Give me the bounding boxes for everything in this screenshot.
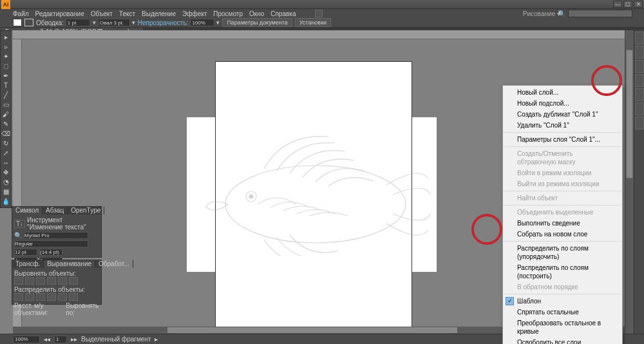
- gradient-tool[interactable]: ▦: [1, 187, 11, 196]
- title-bar: Ai — ▢ ✕: [0, 0, 644, 9]
- search-input[interactable]: [568, 10, 632, 17]
- brush-input[interactable]: [98, 19, 130, 26]
- align-hcenter-button[interactable]: [25, 277, 34, 285]
- tab-pathfinder[interactable]: Обработ...: [95, 260, 133, 268]
- tab-character[interactable]: Символ: [12, 207, 43, 215]
- artboard[interactable]: [215, 61, 412, 343]
- menu-item[interactable]: Освободить все слои: [503, 337, 622, 344]
- lasso-tool[interactable]: ◌: [1, 61, 11, 71]
- dist-left-button[interactable]: [47, 293, 56, 301]
- tab-opentype[interactable]: OpenType: [68, 207, 104, 215]
- menu-item[interactable]: Новый подслой...: [503, 98, 622, 109]
- stroke-panel-icon[interactable]: [635, 88, 644, 101]
- rectangle-tool[interactable]: ▭: [1, 100, 11, 110]
- settings-button[interactable]: Установки: [295, 18, 331, 27]
- menu-item[interactable]: Параметры слоя "Слой 1"...: [503, 134, 622, 145]
- direct-selection-tool[interactable]: ▹: [1, 42, 11, 52]
- scroll-thumb-h[interactable]: [167, 327, 457, 333]
- line-tool[interactable]: ╱: [1, 90, 11, 100]
- tab-paragraph[interactable]: Абзац: [43, 207, 68, 215]
- shape-builder-tool[interactable]: ◔: [1, 177, 11, 187]
- eyedropper-tool[interactable]: 💧: [1, 196, 11, 206]
- dist-vcenter-button[interactable]: [25, 293, 34, 301]
- menu-item[interactable]: Собрать на новом слое: [503, 229, 622, 240]
- dist-bottom-button[interactable]: [36, 293, 45, 301]
- align-right-button[interactable]: [36, 277, 45, 285]
- artboard-nav-prev[interactable]: ◂◂: [44, 336, 50, 343]
- menu-item[interactable]: Шаблон✓: [503, 296, 622, 307]
- font-family-input[interactable]: [24, 232, 88, 239]
- menu-item[interactable]: Распределить по слоям (построить): [503, 262, 622, 282]
- font-style-input[interactable]: [14, 240, 88, 247]
- artboard-nav-next[interactable]: ▸▸: [71, 336, 77, 343]
- leading-input[interactable]: [39, 249, 62, 256]
- spacing-label: Расст. м/у объектами:: [14, 302, 64, 316]
- zoom-input[interactable]: [13, 336, 40, 343]
- artboard-number-input[interactable]: [54, 336, 67, 343]
- stroke-swatch[interactable]: [24, 19, 33, 26]
- tab-align[interactable]: Выравнивание: [44, 260, 95, 268]
- pencil-tool[interactable]: ✎: [1, 119, 11, 129]
- doc-params-button[interactable]: Параметры документа: [222, 18, 292, 27]
- fill-swatch[interactable]: [13, 19, 22, 26]
- gradient-panel-icon[interactable]: [635, 102, 644, 115]
- menu-item[interactable]: Удалить "Слой 1": [503, 120, 622, 131]
- pen-tool[interactable]: ✒: [1, 71, 11, 81]
- menu-text[interactable]: Текст: [119, 10, 135, 17]
- align-section-label: Выровнять объекты:: [14, 270, 99, 277]
- align-vcenter-button[interactable]: [58, 277, 67, 285]
- align-bottom-button[interactable]: [69, 277, 78, 285]
- menu-help[interactable]: Справка: [270, 10, 296, 17]
- symbols-panel-icon[interactable]: [635, 74, 644, 87]
- maximize-button[interactable]: ▢: [623, 1, 632, 8]
- rotate-tool[interactable]: ↻: [1, 139, 11, 148]
- paintbrush-tool[interactable]: 🖌: [1, 110, 11, 119]
- eraser-tool[interactable]: ⌫: [1, 129, 11, 139]
- status-dropdown-icon[interactable]: ▸: [155, 336, 158, 343]
- width-tool[interactable]: ↔: [1, 158, 11, 167]
- menu-object[interactable]: Объект: [91, 10, 113, 17]
- scroll-thumb-v[interactable]: [626, 50, 633, 178]
- search-icon: 🔍: [14, 232, 22, 239]
- scrollbar-vertical[interactable]: [625, 30, 634, 334]
- menu-item[interactable]: Преобразовать остальное в кривые: [503, 318, 622, 337]
- menu-item[interactable]: Распределить по слоям (упорядочить): [503, 243, 622, 262]
- menu-effect[interactable]: Эффект: [182, 10, 207, 17]
- menu-item[interactable]: Новый слой...: [503, 87, 622, 98]
- menu-item[interactable]: Спрятать остальные: [503, 307, 622, 318]
- swatches-panel-icon[interactable]: [635, 46, 644, 59]
- close-button[interactable]: ✕: [634, 1, 643, 8]
- minimize-button[interactable]: —: [613, 1, 622, 8]
- tab-transform[interactable]: Трансф.: [12, 260, 44, 268]
- selection-tool[interactable]: ▸: [1, 32, 11, 42]
- dist-top-button[interactable]: [14, 293, 23, 301]
- distribute-section-label: Распределить объекты:: [14, 286, 99, 293]
- font-size-input[interactable]: [14, 249, 37, 256]
- layout-icon[interactable]: [315, 10, 323, 17]
- menu-view[interactable]: Просмотр: [213, 10, 243, 17]
- menu-select[interactable]: Выделение: [142, 10, 176, 17]
- opacity-input[interactable]: [190, 19, 214, 26]
- menu-item[interactable]: Выполнить сведение: [503, 218, 622, 229]
- control-bar: Обводка: ▾ ▾ Непрозрачность: ▾ Параметры…: [0, 18, 644, 28]
- dist-right-button[interactable]: [69, 293, 78, 301]
- free-transform-tool[interactable]: ✥: [1, 167, 11, 177]
- type-tool[interactable]: T: [1, 81, 11, 90]
- ruler-horizontal[interactable]: [13, 30, 634, 39]
- menu-item[interactable]: Создать дубликат "Слой 1": [503, 109, 622, 120]
- magic-wand-tool[interactable]: ✦: [1, 52, 11, 61]
- align-top-button[interactable]: [47, 277, 56, 285]
- brushes-panel-icon[interactable]: [635, 60, 644, 73]
- dist-hcenter-button[interactable]: [58, 293, 67, 301]
- menu-item: В обратном порядке: [503, 282, 622, 292]
- scale-tool[interactable]: ⤢: [1, 148, 11, 158]
- color-panel-icon[interactable]: [635, 32, 644, 44]
- menu-edit[interactable]: Редактирование: [35, 10, 84, 17]
- menu-window[interactable]: Окно: [249, 10, 264, 17]
- align-left-button[interactable]: [14, 277, 23, 285]
- menu-item: Войти в режим изоляции: [503, 167, 622, 178]
- stroke-weight-input[interactable]: [66, 19, 90, 26]
- workspace-switcher[interactable]: Рисование ▾: [523, 10, 560, 17]
- layers-panel-icon[interactable]: [635, 117, 644, 129]
- menu-file[interactable]: Файл: [13, 10, 29, 17]
